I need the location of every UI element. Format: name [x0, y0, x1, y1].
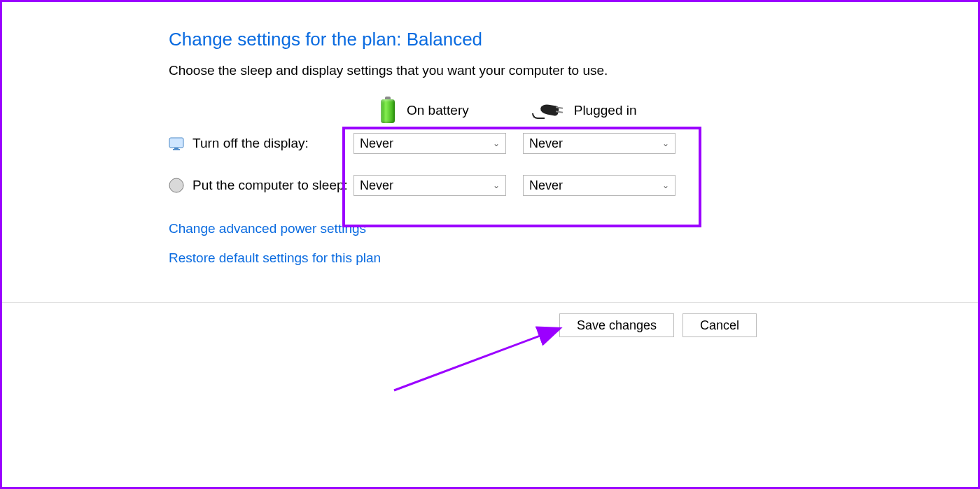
content-area: Change settings for the plan: Balanced C…	[169, 29, 799, 280]
sleep-label: Put the computer to sleep:	[192, 178, 348, 193]
svg-rect-2	[173, 149, 180, 150]
svg-point-3	[169, 178, 183, 192]
advanced-settings-link[interactable]: Change advanced power settings	[169, 221, 366, 236]
on-battery-label: On battery	[407, 103, 469, 118]
button-row: Save changes Cancel	[2, 313, 978, 337]
links-section: Change advanced power settings Restore d…	[169, 221, 799, 266]
display-plugged-select[interactable]: Never ⌄	[523, 133, 676, 154]
column-headers: On battery Plugged in	[379, 97, 799, 125]
cancel-button[interactable]: Cancel	[682, 313, 757, 337]
plugged-in-label: Plugged in	[574, 103, 637, 118]
power-plan-settings-window: Change settings for the plan: Balanced C…	[0, 0, 980, 489]
sleep-plugged-select[interactable]: Never ⌄	[523, 175, 676, 196]
on-battery-header: On battery	[379, 97, 469, 125]
plugged-in-header: Plugged in	[533, 102, 637, 119]
sleep-battery-value: Never	[360, 178, 393, 193]
svg-rect-1	[174, 148, 178, 149]
chevron-down-icon: ⌄	[662, 139, 669, 148]
page-description: Choose the sleep and display settings th…	[169, 63, 799, 78]
display-plugged-value: Never	[529, 136, 563, 151]
restore-defaults-link[interactable]: Restore default settings for this plan	[169, 250, 381, 266]
sleep-battery-select[interactable]: Never ⌄	[354, 175, 506, 196]
turn-off-display-label-group: Turn off the display:	[169, 136, 351, 151]
sleep-plugged-value: Never	[529, 178, 563, 193]
display-battery-value: Never	[360, 136, 393, 151]
save-changes-button[interactable]: Save changes	[559, 313, 674, 337]
chevron-down-icon: ⌄	[662, 180, 669, 190]
display-icon	[169, 136, 184, 151]
chevron-down-icon: ⌄	[493, 139, 500, 148]
turn-off-display-row: Turn off the display: Never ⌄ Never ⌄	[169, 133, 799, 154]
turn-off-display-label: Turn off the display:	[192, 136, 309, 151]
page-title: Change settings for the plan: Balanced	[169, 29, 799, 50]
sleep-label-group: Put the computer to sleep:	[169, 178, 351, 193]
svg-rect-0	[169, 138, 183, 148]
sleep-row: Put the computer to sleep: Never ⌄ Never…	[169, 175, 799, 196]
divider	[2, 302, 978, 303]
display-battery-select[interactable]: Never ⌄	[354, 133, 506, 154]
moon-icon	[169, 178, 184, 193]
plug-icon	[533, 102, 564, 119]
svg-line-4	[394, 329, 559, 390]
chevron-down-icon: ⌄	[493, 180, 500, 190]
battery-icon	[379, 97, 397, 125]
